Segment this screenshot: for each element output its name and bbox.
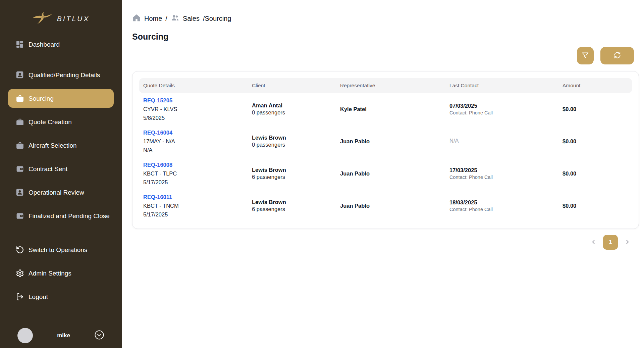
next-page-button[interactable] — [624, 239, 631, 246]
sidebar-item-logout[interactable]: Logout — [8, 287, 114, 306]
representative-cell: Juan Pablo — [336, 203, 445, 209]
quote-id-link[interactable]: REQ-15205 — [143, 96, 172, 105]
previous-page-button[interactable] — [590, 239, 597, 246]
sidebar-item-switch-to-operations[interactable]: Switch to Operations — [8, 240, 114, 259]
client-passengers: 6 passengers — [252, 174, 336, 180]
amount-value: $0.00 — [562, 170, 576, 177]
client-cell: Aman Antal 0 passengers — [248, 102, 336, 116]
representative-cell: Juan Pablo — [336, 170, 445, 177]
users-icon — [171, 13, 179, 24]
sidebar-item-label: Dashboard — [29, 40, 60, 49]
chevron-down-circle-icon[interactable] — [94, 330, 104, 341]
filter-icon — [581, 51, 589, 60]
sidebar-item-label: Qualified/Pending Details — [29, 70, 100, 80]
avatar[interactable] — [17, 328, 33, 343]
quote-route: KBCT - TNCM — [143, 201, 248, 210]
sidebar-item-dashboard[interactable]: Dashboard — [8, 35, 114, 54]
sidebar-item-aircraft-selection[interactable]: Aircraft Selection — [8, 136, 114, 155]
representative-name: Juan Pablo — [340, 203, 445, 209]
quote-route: 17MAY - N/A — [143, 137, 248, 146]
breadcrumb: Home / Sales /Sourcing — [132, 13, 639, 24]
quote-route: KBCT - TLPC — [143, 169, 248, 178]
rotate-ccw-icon — [15, 245, 24, 254]
logout-icon — [15, 292, 24, 301]
breadcrumb-home[interactable]: Home — [144, 15, 162, 22]
sidebar-divider — [8, 232, 114, 232]
breadcrumb-separator: / — [165, 15, 167, 22]
sidebar-item-label: Finalized and Pending Close — [29, 211, 110, 220]
brand-logo: BITLUX — [0, 0, 122, 35]
quote-details-cell: REQ-16004 17MAY - N/A N/A — [139, 128, 248, 154]
client-name: Lewis Brown — [252, 167, 336, 173]
wallet-icon — [15, 164, 24, 173]
representative-name: Juan Pablo — [340, 170, 445, 177]
amount-cell: $0.00 — [558, 106, 632, 112]
page-title: Sourcing — [132, 32, 639, 42]
quote-details-cell: REQ-16011 KBCT - TNCM 5/17/2025 — [139, 193, 248, 219]
wallet-icon — [15, 211, 24, 220]
amount-value: $0.00 — [562, 203, 576, 209]
sidebar-item-sourcing[interactable]: Sourcing — [8, 89, 114, 108]
last-contact-method: Contact: Phone Call — [449, 175, 558, 180]
refresh-icon — [613, 51, 621, 60]
home-icon — [132, 13, 141, 24]
sidebar-nav: Dashboard Qualified/Pending Details Sour… — [0, 35, 122, 348]
last-contact-date: 18/03/2025 — [449, 199, 558, 206]
client-passengers: 0 passengers — [252, 142, 336, 148]
quote-date: 5/8/2025 — [143, 113, 248, 122]
quote-date: N/A — [143, 146, 248, 154]
main-content: Home / Sales /Sourcing Sourcing — [122, 0, 644, 348]
client-name: Lewis Brown — [252, 199, 336, 205]
quote-details-cell: REQ-16008 KBCT - TLPC 5/17/2025 — [139, 160, 248, 187]
quote-id-link[interactable]: REQ-16008 — [143, 160, 172, 169]
sidebar-item-admin-settings[interactable]: Admin Settings — [8, 264, 114, 283]
column-header-quote-details: Quote Details — [139, 83, 248, 89]
table-row: REQ-16004 17MAY - N/A N/A Lewis Brown 0 … — [139, 125, 632, 157]
chevron-right-icon — [624, 239, 631, 246]
sidebar-item-finalized-pending-close[interactable]: Finalized and Pending Close — [8, 206, 114, 225]
contact-card-icon — [15, 188, 24, 197]
quotes-table-card: Quote Details Client Representative Last… — [132, 71, 639, 229]
last-contact-date: 17/03/2025 — [449, 167, 558, 173]
sidebar-item-label: Logout — [29, 292, 48, 301]
sidebar-item-quote-creation[interactable]: Quote Creation — [8, 112, 114, 131]
sidebar-item-label: Aircraft Selection — [29, 141, 77, 150]
dashboard-icon — [15, 40, 24, 49]
client-cell: Lewis Brown 6 passengers — [248, 199, 336, 212]
filter-button[interactable] — [577, 47, 594, 64]
client-cell: Lewis Brown 6 passengers — [248, 167, 336, 180]
client-passengers: 6 passengers — [252, 206, 336, 212]
client-passengers: 0 passengers — [252, 109, 336, 116]
last-contact-date: 07/03/2025 — [449, 103, 558, 109]
page-number-button[interactable]: 1 — [603, 235, 618, 250]
briefcase-icon — [15, 94, 24, 103]
table-row: REQ-16008 KBCT - TLPC 5/17/2025 Lewis Br… — [139, 157, 632, 190]
amount-cell: $0.00 — [558, 138, 632, 145]
brand-name: BITLUX — [57, 15, 90, 23]
sidebar-item-operational-review[interactable]: Operational Review — [8, 183, 114, 202]
amount-cell: $0.00 — [558, 203, 632, 209]
breadcrumb-sales[interactable]: Sales — [183, 15, 200, 22]
sidebar-item-label: Sourcing — [29, 94, 54, 103]
bird-logo-icon — [32, 11, 53, 26]
client-cell: Lewis Brown 0 passengers — [248, 135, 336, 148]
client-name: Lewis Brown — [252, 135, 336, 141]
sidebar-item-contract-sent[interactable]: Contract Sent — [8, 159, 114, 178]
last-contact-cell: 17/03/2025 Contact: Phone Call — [445, 167, 558, 180]
sidebar-item-label: Switch to Operations — [29, 245, 87, 254]
refresh-button[interactable] — [600, 47, 634, 64]
quote-date: 5/17/2025 — [143, 210, 248, 219]
sidebar-divider — [8, 60, 114, 60]
breadcrumb-current: /Sourcing — [203, 15, 231, 22]
column-header-last-contact: Last Contact — [445, 83, 558, 89]
last-contact-cell: 07/03/2025 Contact: Phone Call — [445, 103, 558, 115]
sidebar-item-qualified-pending-details[interactable]: Qualified/Pending Details — [8, 65, 114, 84]
quote-id-link[interactable]: REQ-16011 — [143, 193, 172, 201]
quote-id-link[interactable]: REQ-16004 — [143, 128, 172, 137]
briefcase-icon — [15, 117, 24, 126]
briefcase-icon — [15, 141, 24, 150]
amount-cell: $0.00 — [558, 170, 632, 177]
representative-name: Kyle Patel — [340, 106, 445, 112]
representative-cell: Kyle Patel — [336, 106, 445, 112]
user-name: mike — [33, 332, 94, 339]
